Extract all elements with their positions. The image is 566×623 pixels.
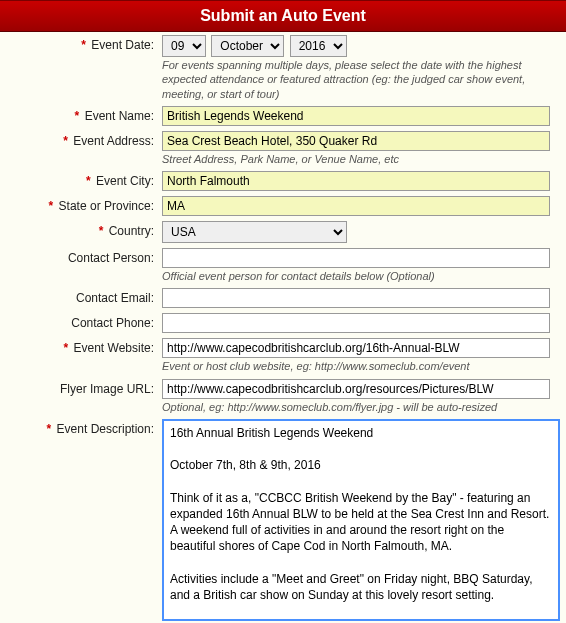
contact-email-input[interactable] bbox=[162, 288, 550, 308]
label-contact-email: Contact Email: bbox=[76, 291, 154, 305]
event-website-input[interactable] bbox=[162, 338, 550, 358]
hint-flyer: Optional, eg: http://www.someclub.com/fl… bbox=[162, 399, 562, 414]
state-province-input[interactable] bbox=[162, 196, 550, 216]
event-address-input[interactable] bbox=[162, 131, 550, 151]
event-description-textarea[interactable] bbox=[162, 419, 560, 621]
required-marker: * bbox=[99, 224, 104, 238]
label-event-date: Event Date: bbox=[91, 38, 154, 52]
flyer-url-input[interactable] bbox=[162, 379, 550, 399]
required-marker: * bbox=[75, 109, 80, 123]
label-contact-phone: Contact Phone: bbox=[71, 316, 154, 330]
required-marker: * bbox=[47, 422, 52, 436]
required-marker: * bbox=[49, 199, 54, 213]
day-select[interactable]: 09 bbox=[162, 35, 206, 57]
required-marker: * bbox=[64, 341, 69, 355]
page-title: Submit an Auto Event bbox=[0, 0, 566, 32]
contact-person-input[interactable] bbox=[162, 248, 550, 268]
hint-address: Street Address, Park Name, or Venue Name… bbox=[162, 151, 562, 166]
required-marker: * bbox=[86, 174, 91, 188]
label-flyer-url: Flyer Image URL: bbox=[60, 382, 154, 396]
hint-contact-person: Official event person for contact detail… bbox=[162, 268, 562, 283]
year-select[interactable]: 2016 bbox=[290, 35, 347, 57]
label-event-website: Event Website: bbox=[74, 341, 154, 355]
label-contact-person: Contact Person: bbox=[68, 251, 154, 265]
country-select[interactable]: USA bbox=[162, 221, 347, 243]
label-event-name: Event Name: bbox=[85, 109, 154, 123]
label-event-address: Event Address: bbox=[73, 134, 154, 148]
label-event-city: Event City: bbox=[96, 174, 154, 188]
label-state-province: State or Province: bbox=[59, 199, 154, 213]
event-city-input[interactable] bbox=[162, 171, 550, 191]
hint-date: For events spanning multiple days, pleas… bbox=[162, 57, 562, 101]
required-marker: * bbox=[63, 134, 68, 148]
label-event-description: Event Description: bbox=[57, 422, 154, 436]
hint-website: Event or host club website, eg: http://w… bbox=[162, 358, 562, 373]
month-select[interactable]: October bbox=[211, 35, 284, 57]
required-marker: * bbox=[81, 38, 86, 52]
event-form: * Event Date: 09 October 2016 For events… bbox=[0, 32, 566, 623]
label-country: Country: bbox=[109, 224, 154, 238]
event-name-input[interactable] bbox=[162, 106, 550, 126]
contact-phone-input[interactable] bbox=[162, 313, 550, 333]
